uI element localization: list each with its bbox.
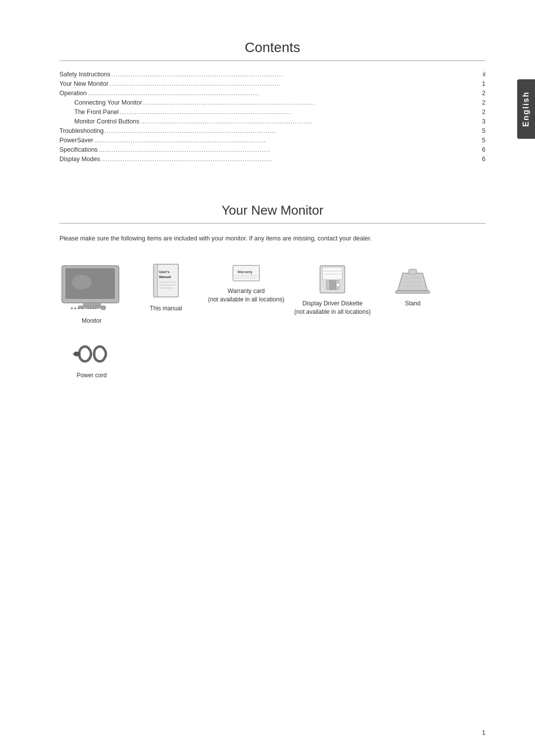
item-monitor: Monitor <box>59 263 124 325</box>
svg-text:Warranty: Warranty <box>237 270 253 274</box>
svg-rect-9 <box>102 307 106 310</box>
toc-row: Your New Monitor .......................… <box>59 80 485 88</box>
items-grid: Monitor User's Manual This manual <box>59 263 485 380</box>
toc-page: ii <box>482 71 485 78</box>
monitor-section: Your New Monitor Please make sure the fo… <box>59 203 485 380</box>
toc-dots: ........................................… <box>94 137 481 144</box>
contents-title: Contents <box>59 40 485 61</box>
toc-dots: ........................................… <box>120 109 481 116</box>
svg-rect-38 <box>74 352 79 356</box>
svg-text:Manual: Manual <box>159 275 171 279</box>
diskette-label: Display Driver Diskette(not available in… <box>294 299 371 316</box>
toc-title: Operation <box>59 90 87 97</box>
svg-point-5 <box>71 307 73 309</box>
contents-section: Contents Safety Instructions ...........… <box>59 40 485 163</box>
svg-rect-26 <box>322 267 342 280</box>
svg-text:User's: User's <box>159 270 169 274</box>
toc-page: 1 <box>482 80 485 87</box>
svg-point-10 <box>88 308 89 309</box>
svg-rect-28 <box>329 281 336 290</box>
svg-point-13 <box>95 308 97 309</box>
toc-page: 2 <box>482 99 485 106</box>
toc-title: Safety Instructions <box>59 71 110 78</box>
toc-title: Display Modes <box>59 156 100 163</box>
toc-list: Safety Instructions ....................… <box>59 71 485 163</box>
toc-row: The Front Panel ........................… <box>59 109 485 116</box>
english-tab: English <box>517 79 535 139</box>
toc-row: Monitor Control Buttons ................… <box>59 118 485 125</box>
svg-point-8 <box>81 307 83 309</box>
svg-rect-37 <box>409 269 417 274</box>
item-warranty: Warranty Warranty card(not available in … <box>208 263 284 304</box>
monitor-intro: Please make sure the following items are… <box>59 233 485 243</box>
manual-icon: User's Manual <box>151 263 181 300</box>
powercord-icon <box>72 340 111 367</box>
item-stand: Stand <box>380 263 445 308</box>
toc-dots: ........................................… <box>111 71 482 78</box>
item-diskette: Display Driver Diskette(not available in… <box>294 263 371 316</box>
toc-row: Safety Instructions ....................… <box>59 71 485 78</box>
toc-dots: ........................................… <box>101 156 481 163</box>
toc-row: Connecting Your Monitor ................… <box>59 99 485 107</box>
svg-rect-15 <box>154 264 158 297</box>
svg-rect-36 <box>395 291 430 293</box>
page-wrapper: English Contents Safety Instructions ...… <box>0 0 535 756</box>
toc-dots: ........................................… <box>88 90 481 97</box>
toc-page: 6 <box>482 156 485 163</box>
toc-page: 3 <box>482 118 485 125</box>
toc-row: Specifications .........................… <box>59 146 485 154</box>
toc-title: Your New Monitor <box>59 80 108 87</box>
toc-title: PowerSaver <box>59 137 93 144</box>
svg-rect-3 <box>83 303 101 306</box>
toc-page: 6 <box>482 146 485 153</box>
toc-dots: ........................................… <box>99 146 481 154</box>
diskette-icon <box>318 263 347 295</box>
item-powercord: Power cord <box>59 340 124 380</box>
toc-page: 5 <box>482 137 485 144</box>
manual-label: This manual <box>150 304 182 313</box>
english-label: English <box>522 91 531 127</box>
toc-row: Display Modes ..........................… <box>59 156 485 163</box>
svg-point-11 <box>90 308 92 309</box>
toc-title: The Front Panel <box>74 109 119 116</box>
toc-dots: ........................................… <box>140 118 481 125</box>
toc-page: 2 <box>482 90 485 97</box>
svg-rect-29 <box>336 283 340 287</box>
item-manual: User's Manual This manual <box>134 263 198 313</box>
svg-point-7 <box>78 307 80 309</box>
toc-title: Connecting Your Monitor <box>74 99 142 106</box>
svg-point-2 <box>72 275 92 290</box>
stand-label: Stand <box>405 299 421 308</box>
monitor-section-title: Your New Monitor <box>59 203 485 224</box>
powercord-label: Power cord <box>77 371 107 380</box>
toc-title: Monitor Control Buttons <box>74 118 139 125</box>
monitor-icon <box>59 263 124 313</box>
toc-row: Troubleshooting ........................… <box>59 127 485 135</box>
svg-point-12 <box>93 308 94 309</box>
monitor-label: Monitor <box>82 317 102 325</box>
warranty-label: Warranty card(not available in all locat… <box>208 287 284 304</box>
toc-dots: ........................................… <box>105 127 481 135</box>
toc-page: 2 <box>482 109 485 116</box>
warranty-icon: Warranty <box>229 263 264 283</box>
stand-icon <box>393 263 432 295</box>
svg-point-6 <box>74 307 76 309</box>
toc-row: Operation ..............................… <box>59 90 485 97</box>
toc-dots: ........................................… <box>143 99 481 107</box>
page-number: 1 <box>482 729 485 736</box>
toc-title: Specifications <box>59 146 98 153</box>
toc-row: PowerSaver .............................… <box>59 137 485 144</box>
toc-dots: ........................................… <box>109 80 481 88</box>
toc-page: 5 <box>482 127 485 134</box>
toc-title: Troubleshooting <box>59 127 104 134</box>
